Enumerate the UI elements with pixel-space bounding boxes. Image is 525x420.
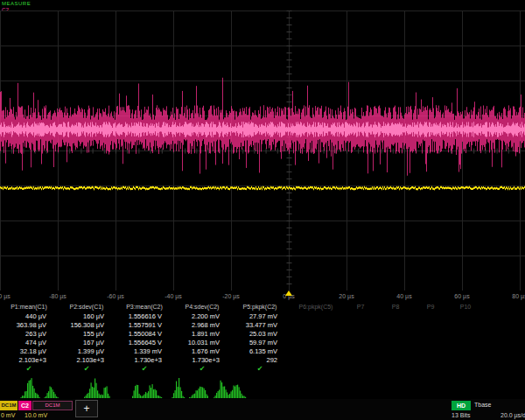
measurement-row-status: ✔ ✔ ✔ ✔ ✔ [0,365,525,374]
measurement-row-mean: 363.98 µV 156.308 µV 1.557591 V 2.968 mV… [0,321,525,330]
measurement-cell: 25.03 mV [231,330,289,339]
measurement-cell: 33.477 mV [231,321,289,330]
measurement-cell: 1.556616 V [116,312,173,321]
descriptor-bar: DC1M C2 DC1M 0 mV 10.0 mV + HD Tbase 13 … [0,399,525,420]
measurement-cell: 2.103e+3 [58,356,116,365]
c1-coupling-badge[interactable]: DC1M [0,401,18,410]
param-header-p7[interactable]: P7 [343,304,378,312]
histicon-p4 [168,376,208,399]
measurement-cell: 1.399 µV [58,347,116,356]
measurement-cell: 363.98 µV [0,321,58,330]
measurement-cell: 1.550084 V [116,330,173,339]
time-tick: -20 µs [222,293,240,299]
timebase-descriptor-label[interactable]: Tbase [474,402,491,408]
measurement-row-max: 474 µV 167 µV 1.556645 V 10.031 mV 59.97… [0,339,525,347]
measurement-cell: 160 µV [58,312,116,321]
histicon-p2 [79,376,119,399]
measurement-cell: 1.730e+3 [173,356,231,365]
time-tick: 80 µs [512,293,525,299]
time-tick: -60 µs [107,293,124,299]
param-header-p5[interactable]: P5:pkpk(C2) [231,304,289,312]
measurement-cell: 1.556645 V [116,339,173,347]
status-check-icon: ✔ [58,365,116,374]
time-tick: -80 µs [49,293,66,299]
measurement-row-sdev: 32.18 µV 1.399 µV 1.339 mV 1.676 mV 6.13… [0,347,525,356]
hd-bits-readout: 13 Bits [452,412,470,418]
measurement-cell: 1.891 mV [173,330,231,339]
measurement-cell: 1.730e+3 [116,356,173,365]
measurement-cell: 156.308 µV [58,321,116,330]
measurement-cell: 292 [231,356,289,365]
measurement-cell: 167 µV [58,339,116,347]
measurement-cell: 32.18 µV [0,347,58,356]
measurement-row-num: 2.103e+3 2.103e+3 1.730e+3 1.730e+3 292 [0,356,525,365]
status-check-icon: ✔ [116,365,173,374]
c1-offset-readout: 0 mV [1,412,15,418]
param-header-p3[interactable]: P3:mean(C2) [116,304,173,312]
measurement-cell: 27.97 mV [231,312,289,321]
param-header-p10[interactable]: P10 [448,304,483,312]
measurement-cell: 155 µV [58,330,116,339]
status-check-icon: ✔ [173,365,231,374]
measurement-header-row: P1:mean(C1) P2:sdev(C1) P3:mean(C2) P4:s… [0,304,525,312]
measurement-cell: 2.200 mV [173,312,231,321]
measurement-cell: 59.97 mV [231,339,289,347]
status-check-icon: ✔ [231,365,289,374]
measurement-cell: 1.557591 V [116,321,173,330]
time-tick: 40 µs [396,293,411,299]
histicon-p3 [130,376,170,399]
param-header-p6[interactable]: P6:pkpk(C5) [289,304,343,312]
measurement-cell: 1.676 mV [173,347,231,356]
c2-channel-tab[interactable]: C2 [18,401,32,410]
hd-mode-badge[interactable]: HD [452,401,471,410]
time-axis: -100 µs -80 µs -60 µs -40 µs -20 µs 0 µs… [0,290,525,303]
measurement-row-min: 263 µV 155 µV 1.550084 V 1.891 mV 25.03 … [0,330,525,339]
measurement-cell: 10.031 mV [173,339,231,347]
measurement-cell: 1.339 mV [116,347,173,356]
time-tick: -100 µs [0,293,10,299]
measurement-cell: 2.968 mV [173,321,231,330]
param-header-p9[interactable]: P9 [413,304,448,312]
measurement-row-value: 440 µV 160 µV 1.556616 V 2.200 mV 27.97 … [0,312,525,321]
c1-vdiv-readout: 10.0 mV [24,412,47,418]
measurement-cell: 440 µV [0,312,58,321]
param-header-p8[interactable]: P8 [378,304,413,312]
c2-coupling-badge[interactable]: DC1M [32,401,73,410]
time-tick: 60 µs [454,293,469,299]
timebase-tdiv-readout: 20.0 µs/div [500,412,525,418]
trigger-position-marker[interactable] [285,290,292,296]
waveform-grid-canvas[interactable] [0,10,525,290]
time-tick: 20 µs [339,293,354,299]
measurement-cell: 474 µV [0,339,58,347]
time-tick: -40 µs [164,293,182,299]
measurement-table: P1:mean(C1) P2:sdev(C1) P3:mean(C2) P4:s… [0,304,525,374]
param-header-p1[interactable]: P1:mean(C1) [0,304,58,312]
histicon-p1 [19,376,60,399]
param-header-p4[interactable]: P4:sdev(C2) [173,304,231,312]
measurement-cell: 263 µV [0,330,58,339]
top-left-status-line1: MEASURE [2,1,31,6]
param-header-p2[interactable]: P2:sdev(C1) [58,304,116,312]
measurement-cell: 2.103e+3 [0,356,58,365]
histicon-p5 [208,376,248,399]
measurement-cell: 6.135 mV [231,347,289,356]
add-trace-button[interactable]: + [75,400,98,417]
status-check-icon: ✔ [0,365,58,374]
oscilloscope-screen: MEASURE C2 -100 µs -80 µs -60 µs -40 µs … [0,0,525,420]
